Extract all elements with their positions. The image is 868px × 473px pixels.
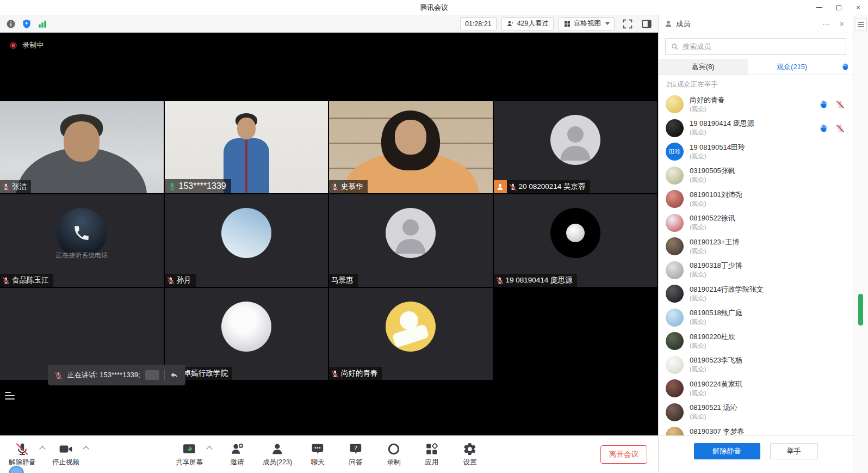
member-row[interactable]: 08190523李飞杨(观众) [659,353,853,377]
member-avatar [666,190,684,208]
member-row[interactable]: 03190505张帆(观众) [659,164,853,188]
video-tile[interactable]: 史慕华 [329,101,493,193]
fullscreen-button[interactable] [622,18,634,30]
chevron-up-icon[interactable] [206,446,212,452]
raised-hands-indicator-icon[interactable] [836,59,853,75]
toolbar-center-group: 共享屏幕邀请成员(223)聊天?问答录制应用设置 [176,442,482,467]
member-row[interactable]: 08190214行政学院张文(观众) [659,282,853,306]
recording-label: 录制中 [22,40,44,50]
member-row[interactable]: 08190307 李梦春(观众) [659,424,853,435]
toolbar-item-invite[interactable]: 邀请 [225,442,250,467]
view-mode-button[interactable]: 宫格视图 [559,17,615,30]
phone-call-status: 正在接听系统电话 [0,251,164,260]
member-info: 08190307 李梦春(观众) [690,427,839,435]
member-row[interactable]: 田玲 19 08190514田玲(观众) [659,140,853,164]
top-toolbar: 01:28:21 429人看过 宫格视图 [0,15,658,33]
video-tile[interactable]: 尚好的青春 [329,288,493,380]
video-tile[interactable]: 孙月 [165,194,328,286]
member-row[interactable]: 08190518甄广庭(观众) [659,306,853,330]
toolbar-item-apps[interactable]: 应用 [419,442,444,467]
more-options-button[interactable]: ··· [819,20,833,28]
meeting-column: 01:28:21 429人看过 宫格视图 [0,15,658,473]
toolbar-item-settings[interactable]: 设置 [457,442,482,467]
member-row[interactable]: 08190220杜欣(观众) [659,329,853,353]
network-signal-icon[interactable] [37,19,48,29]
shield-icon[interactable] [21,19,32,29]
reply-arrow-icon[interactable] [170,371,179,380]
speaking-toast: 正在讲话: 153****1339; [48,365,185,385]
video-tile[interactable]: 马景惠 [329,194,493,286]
member-avatar [666,332,684,350]
record-icon [387,442,401,456]
toolbar-item-members[interactable]: 成员(223) [263,442,292,467]
search-input[interactable] [683,42,841,51]
member-avatar [666,237,684,255]
mic-on-icon [168,182,177,191]
mic-muted-icon [54,371,63,379]
member-row[interactable]: 08190318丁少博(观众) [659,259,853,282]
info-icon[interactable] [5,19,16,29]
member-name: 03190505张帆 [690,167,839,176]
titlebar: 腾讯会议 × [0,0,868,15]
tab-audience[interactable]: 观众(215) [748,59,837,75]
member-row[interactable]: 19 08190414 庞思源(观众) [659,116,853,140]
toolbar-item-record[interactable]: 录制 [381,442,406,467]
chevron-up-icon[interactable] [39,446,45,452]
search-box [665,38,846,55]
member-avatar [666,309,684,327]
layout-list-icon[interactable] [5,392,15,400]
participant-avatar [550,208,600,258]
raise-hand-button[interactable]: 举手 [770,443,818,459]
toolbar-left-group: 解除静音停止视频 [9,442,88,467]
video-tile[interactable]: 20 08200214 吴京蓉 [494,101,658,193]
members-tabs: 嘉宾(8) 观众(215) [659,59,853,75]
toolbar-item-mic-muted[interactable]: 解除静音 [9,442,45,467]
member-info: 08190521 汤沁(观众) [690,403,839,421]
member-row[interactable]: 08190123+王博(观众) [659,235,853,259]
toolbar-item-chat[interactable]: 聊天 [305,442,330,467]
mic-muted-icon [836,100,845,109]
minimize-button[interactable] [809,0,829,15]
svg-text:?: ? [354,444,357,452]
member-avatar [666,95,684,113]
scrollbar-thumb[interactable] [858,294,863,325]
maximize-button[interactable] [829,0,848,15]
member-row[interactable]: 08190522徐讯(观众) [659,211,853,235]
toolbar-item-share-screen[interactable]: 共享屏幕 [176,442,212,467]
member-row[interactable]: 08190521 汤沁(观众) [659,401,853,425]
member-row[interactable]: 08190101刘沛尧(观众) [659,187,853,211]
viewers-count-button[interactable]: 429人看过 [501,17,554,30]
member-row[interactable]: 尚好的青春(观众) [659,93,853,116]
member-role: (观众) [690,105,813,113]
member-avatar [666,379,684,397]
video-tile[interactable]: 19 08190414 庞思源 [494,194,658,286]
toolbar-item-label: 问答 [349,458,363,467]
member-row[interactable]: 08190224黄家琪(观众) [659,377,853,401]
unmute-button[interactable]: 解除静音 [694,443,760,459]
member-list[interactable]: 尚好的青春(观众)19 08190414 庞思源(观众)田玲 19 081905… [659,91,853,435]
member-name: 08190521 汤沁 [690,403,839,413]
video-grid: 张洁153****1339史慕华20 08200214 吴京蓉正在接听系统电话食… [0,101,657,380]
close-panel-button[interactable]: × [836,20,847,28]
leave-meeting-button[interactable]: 离开会议 [600,445,647,464]
side-panel-toggle-button[interactable] [641,18,653,30]
toolbar-item-camera[interactable]: 停止视频 [52,442,88,467]
video-tile[interactable]: 153****1339 [165,101,328,193]
video-tile[interactable]: 马卓嫣行政学院 [165,288,328,380]
app-window: 腾讯会议 × 01:28:21 [0,0,868,473]
toolbar-item-qa[interactable]: ?问答 [343,442,368,467]
video-tile[interactable]: 张洁 [0,101,164,193]
tab-guests[interactable]: 嘉宾(8) [659,59,748,75]
member-role: (观众) [690,342,839,350]
bottom-toolbar: 解除静音停止视频 共享屏幕邀请成员(223)聊天?问答录制应用设置 离开会议 [0,435,658,473]
participant-name: 尚好的青春 [341,368,378,378]
members-panel: 成员 ··· × 嘉宾(8) 观众(215) 2位观众正在举手 [658,15,853,473]
collapse-panel-button[interactable] [855,18,867,31]
member-status-icons [819,100,846,109]
member-name: 08190220杜欣 [690,333,839,342]
blurred-name-blob [145,370,159,380]
member-name: 08190224黄家琪 [690,380,839,389]
chevron-up-icon[interactable] [83,446,89,452]
video-tile[interactable]: 正在接听系统电话食品陈玉江 [0,194,164,286]
close-button[interactable]: × [848,0,868,15]
